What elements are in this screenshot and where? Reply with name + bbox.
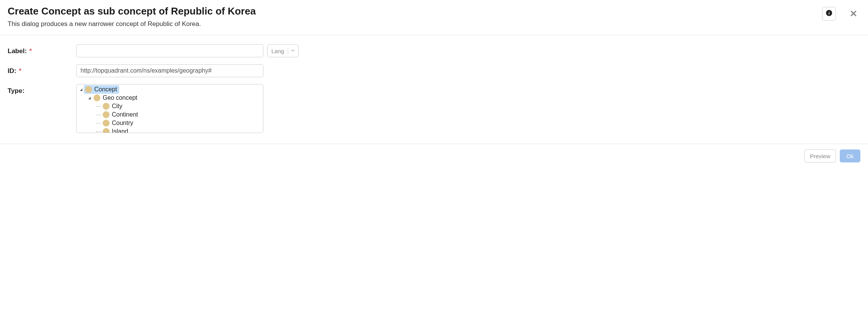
label-caption-text: Label: <box>8 47 27 55</box>
id-row: ID: * <box>8 64 860 77</box>
type-controls: ◢ Concept ◢ Geo concept <box>76 84 263 133</box>
tree-label: Country <box>112 120 133 127</box>
dialog-header: Create Concept as sub concept of Republi… <box>0 0 868 35</box>
header-text-block: Create Concept as sub concept of Republi… <box>8 5 822 28</box>
label-controls: Lang <box>76 44 298 57</box>
id-controls <box>76 64 263 77</box>
concept-icon <box>94 94 100 101</box>
tree-node-city[interactable]: City <box>77 102 263 110</box>
id-input[interactable] <box>76 64 263 77</box>
tree-node-concept[interactable]: ◢ Concept <box>77 85 263 94</box>
id-caption: ID: * <box>8 64 76 75</box>
concept-icon <box>103 120 110 127</box>
label-row: Label: * Lang <box>8 44 860 57</box>
dialog-footer: Preview Ok <box>0 144 868 168</box>
close-icon: ✕ <box>850 8 857 19</box>
info-button[interactable]: i <box>822 7 836 21</box>
tree-label: Continent <box>112 111 138 118</box>
tree-node-country[interactable]: Country <box>77 119 263 127</box>
ok-button[interactable]: Ok <box>840 149 860 162</box>
label-input[interactable] <box>76 44 263 57</box>
label-caption: Label: * <box>8 44 76 55</box>
info-icon: i <box>826 10 832 18</box>
dialog-body: Label: * Lang ID: * <box>0 35 868 144</box>
type-caption: Type: <box>8 84 76 95</box>
type-row: Type: ◢ Concept ◢ <box>8 84 860 133</box>
collapse-icon[interactable]: ◢ <box>79 88 83 91</box>
close-button[interactable]: ✕ <box>847 8 860 20</box>
id-caption-text: ID: <box>8 67 16 75</box>
tree-node-geo-concept[interactable]: ◢ Geo concept <box>77 94 263 102</box>
collapse-icon[interactable]: ◢ <box>87 96 91 100</box>
concept-icon <box>85 86 92 93</box>
tree-label: Island <box>112 128 128 133</box>
type-tree[interactable]: ◢ Concept ◢ Geo concept <box>76 84 263 133</box>
tree-label: City <box>112 103 123 110</box>
language-placeholder: Lang <box>271 48 286 54</box>
language-divider <box>288 47 288 54</box>
tree-label: Concept <box>94 86 117 93</box>
dialog-title: Create Concept as sub concept of Republi… <box>8 5 822 17</box>
preview-button[interactable]: Preview <box>804 149 836 162</box>
tree-label: Geo concept <box>103 94 137 101</box>
header-actions: i ✕ <box>822 5 860 21</box>
create-concept-dialog: Create Concept as sub concept of Republi… <box>0 0 868 168</box>
concept-icon <box>103 111 110 118</box>
tree-node-continent[interactable]: Continent <box>77 110 263 119</box>
chevron-down-icon <box>290 48 295 54</box>
concept-icon <box>103 103 110 110</box>
id-required-mark: * <box>19 67 21 75</box>
dialog-subtitle: This dialog produces a new narrower conc… <box>8 20 822 28</box>
label-required-mark: * <box>29 47 32 55</box>
concept-icon <box>103 128 110 133</box>
tree-node-island[interactable]: Island <box>77 127 263 133</box>
language-select[interactable]: Lang <box>267 44 298 57</box>
